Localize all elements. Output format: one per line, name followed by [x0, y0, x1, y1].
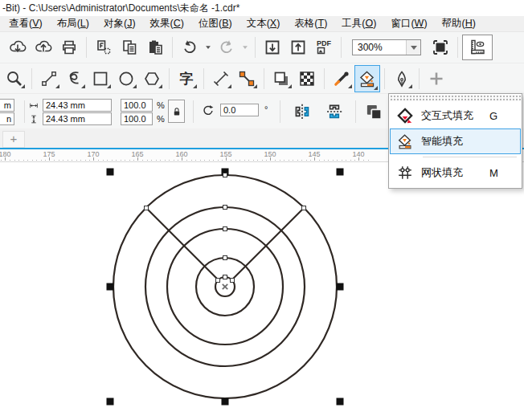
position-y-field[interactable]: n — [0, 112, 14, 125]
menu-help[interactable]: 帮助(H) — [435, 15, 483, 32]
zoom-level-combo[interactable]: 300% — [352, 39, 421, 55]
curve-node[interactable] — [223, 173, 227, 177]
connector-tool[interactable] — [234, 67, 260, 91]
cut-button[interactable] — [91, 35, 117, 59]
transparency-icon — [297, 69, 317, 88]
scale-x-field[interactable]: 100.0 — [121, 99, 153, 112]
meshfill-icon — [396, 164, 414, 181]
save-to-cloud-button[interactable] — [31, 35, 56, 59]
mirror-vertical-button[interactable] — [321, 100, 347, 123]
import-button[interactable] — [260, 35, 285, 59]
toolbar-separator — [86, 37, 87, 58]
redo-dropdown-button[interactable] — [239, 35, 251, 59]
menu-table[interactable]: 表格(T) — [287, 15, 334, 32]
add-tools-button[interactable] — [424, 67, 449, 91]
order-icon — [363, 101, 384, 122]
selection-handle[interactable] — [107, 283, 114, 291]
cut-icon — [94, 38, 113, 57]
polygon-tool[interactable] — [139, 67, 165, 91]
scale-y-field[interactable]: 100.0 — [121, 112, 153, 125]
chevron-down-icon — [241, 43, 249, 51]
selection-handle[interactable] — [337, 169, 344, 176]
curve-node[interactable] — [231, 279, 235, 283]
freehand-tool[interactable] — [62, 67, 88, 91]
menu-bitmaps[interactable]: 位图(B) — [191, 15, 239, 32]
curve-node[interactable] — [223, 275, 227, 279]
lock-ratio-button[interactable] — [168, 100, 185, 123]
open-from-cloud-button[interactable] — [5, 35, 31, 59]
order-button[interactable] — [362, 100, 386, 124]
publish-pdf-button[interactable] — [311, 35, 337, 59]
zoom-level-dropdown-button[interactable] — [406, 40, 420, 55]
flyout-indicator — [193, 84, 197, 88]
transparency-tool[interactable] — [294, 67, 320, 91]
rotation-angle-field[interactable]: 0.0 — [220, 104, 259, 116]
curve-node[interactable] — [223, 227, 227, 231]
redo-button[interactable] — [214, 35, 239, 59]
toolbar-separator — [264, 68, 264, 89]
menu-effects[interactable]: 效果(C) — [143, 15, 191, 32]
copy-button[interactable] — [117, 35, 142, 59]
curve-node[interactable] — [302, 206, 306, 210]
smart-fill-tool[interactable] — [354, 65, 380, 92]
curve-node[interactable] — [145, 206, 149, 210]
flyout-interactive-fill[interactable]: 交互式填充G — [390, 103, 521, 128]
position-x-field[interactable]: m — [0, 99, 14, 112]
drawing-svg[interactable] — [0, 162, 524, 420]
selection-handle[interactable] — [222, 398, 229, 406]
curve-node[interactable] — [223, 206, 227, 210]
toolbar-separator — [341, 37, 342, 58]
object-height-field[interactable]: 24.43 mm — [43, 112, 112, 125]
flyout-indicator — [227, 84, 231, 88]
selection-handle[interactable] — [337, 398, 344, 406]
mirror-vertical-icon — [324, 101, 345, 122]
object-width-field[interactable]: 24.43 mm — [43, 99, 112, 112]
menu-window[interactable]: 窗口(W) — [383, 15, 434, 32]
pdf-icon — [314, 38, 334, 57]
color-eyedropper-tool[interactable] — [329, 67, 354, 91]
menu-text[interactable]: 文本(X) — [239, 15, 288, 32]
flyout-smart-fill[interactable]: 智能填充 — [390, 128, 521, 154]
text-tool[interactable] — [174, 67, 199, 91]
import-icon — [263, 38, 282, 57]
chevron-down-icon — [411, 46, 417, 53]
mirror-horizontal-button[interactable] — [289, 100, 315, 123]
two-point-line-tool[interactable] — [36, 67, 62, 91]
drawing-canvas[interactable] — [0, 162, 524, 420]
export-icon — [289, 38, 308, 57]
selection-handle[interactable] — [107, 169, 114, 176]
show-rulers-button[interactable] — [462, 35, 493, 60]
rulers-icon — [468, 38, 487, 57]
menu-item-label: 智能填充 — [421, 134, 482, 149]
menu-tools[interactable]: 工具(O) — [334, 15, 383, 32]
zoom-tool[interactable] — [2, 67, 27, 91]
toolbar-separator — [255, 37, 256, 58]
drop-shadow-tool[interactable] — [268, 67, 294, 91]
menu-layout[interactable]: 布局(L) — [50, 15, 96, 32]
curve-node[interactable] — [216, 279, 220, 283]
full-screen-preview-button[interactable] — [428, 35, 453, 59]
outline-pen-tool[interactable] — [389, 67, 415, 91]
interactivefill-icon — [396, 107, 414, 124]
curve-node[interactable] — [223, 256, 227, 260]
export-button[interactable] — [285, 35, 311, 59]
rectangle-tool[interactable] — [88, 67, 113, 91]
toolbar-separator — [203, 68, 204, 89]
paste-button[interactable] — [142, 35, 168, 59]
menu-view[interactable]: 查看(V) — [2, 15, 50, 32]
fill-tool-flyout-menu: 交互式填充G智能填充网状填充M — [388, 93, 522, 189]
menu-item-shortcut: G — [489, 110, 517, 122]
undo-button[interactable] — [177, 35, 203, 59]
flyout-drag-grip[interactable] — [390, 95, 521, 101]
mirror-horizontal-icon — [292, 101, 313, 122]
dimension-tool[interactable] — [208, 67, 234, 91]
object-height-icon — [29, 114, 39, 125]
print-button[interactable] — [56, 35, 82, 59]
flyout-mesh-fill[interactable]: 网状填充M — [390, 160, 521, 186]
selection-handle[interactable] — [107, 398, 114, 406]
menu-object[interactable]: 对象(J) — [96, 15, 143, 32]
undo-dropdown-button[interactable] — [203, 35, 214, 59]
ellipse-tool[interactable] — [113, 67, 139, 91]
new-document-tab-button[interactable]: + — [2, 131, 25, 148]
selection-handle[interactable] — [337, 283, 344, 291]
